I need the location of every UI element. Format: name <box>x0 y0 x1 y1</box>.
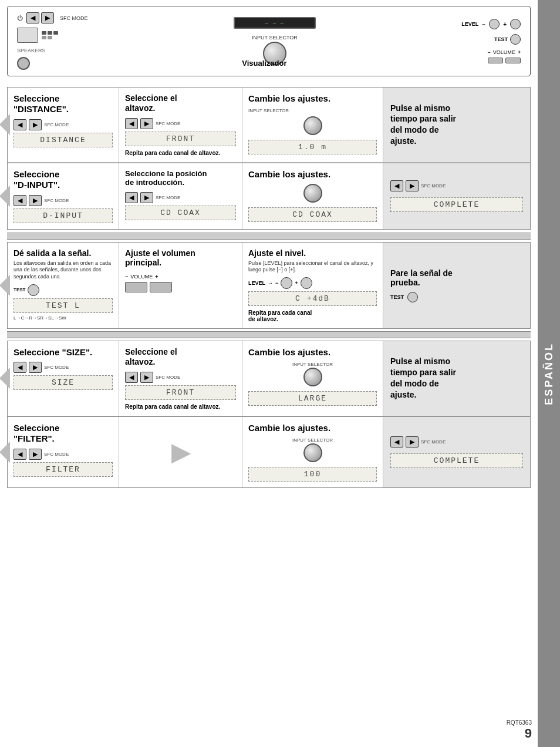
cassette-slot <box>17 28 38 43</box>
dinput-col2: Seleccione la posición de introducción. … <box>119 163 242 230</box>
model-code: RQT6363 <box>507 719 532 726</box>
size-col2-heading: Seleccione el altavoz. <box>125 347 236 367</box>
dinput-col3-knob[interactable] <box>303 184 322 203</box>
size-col2-prev-btn[interactable]: ◀ <box>125 372 138 383</box>
test-col4: Pare la señal de prueba. TEST <box>383 243 530 328</box>
next-button[interactable]: ▶ <box>41 12 54 23</box>
distance-col2-heading: Seleccione el altavoz. <box>125 93 236 113</box>
device-center: — — — INPUT SELECTOR Visualizador <box>234 17 316 65</box>
test-row: Dé salida a la señal. Los altavoces dan … <box>7 242 531 329</box>
size-col2-lcd: FRONT <box>125 385 236 400</box>
dinput-col2-next-btn[interactable]: ▶ <box>140 192 153 203</box>
filter-col4-prev-btn[interactable]: ◀ <box>390 436 403 447</box>
distance-lcd: DISTANCE <box>14 133 113 147</box>
distance-col3-knob[interactable] <box>303 116 322 135</box>
size-col3: Cambie los ajustes. INPUT SELECTOR LARGE <box>242 341 383 416</box>
test-col2: Ajuste el volumen principal. − VOLUME + <box>119 243 242 328</box>
test-col3-subtext: Pulse [LEVEL] para seleccionar el canal … <box>248 260 377 274</box>
power-symbol: ⏻ <box>17 15 23 21</box>
test-button[interactable] <box>510 34 521 45</box>
prev-button[interactable]: ◀ <box>26 12 39 23</box>
filter-col3: Cambie los ajustes. INPUT SELECTOR 100 <box>242 417 383 487</box>
size-row: Seleccione "SIZE". ◀ ▶ SFC MODE SIZE Sel… <box>7 341 531 417</box>
main-display: — — — <box>234 17 316 29</box>
filter-prev-btn[interactable]: ◀ <box>14 449 26 460</box>
size-next-btn[interactable]: ▶ <box>29 362 42 373</box>
test-level-plus-btn[interactable] <box>301 277 312 289</box>
volume-minus-button[interactable] <box>488 58 503 63</box>
size-col4: Pulse al mismo tiempo para salir del mod… <box>383 341 530 416</box>
test-col1-lcd: TEST L <box>14 298 113 313</box>
distance-col3: Cambie los ajustes. INPUT SELECTOR 1.0 m <box>242 88 383 163</box>
visualizador-label: Visualizador <box>242 59 286 68</box>
dinput-col4-next-btn[interactable]: ▶ <box>406 180 419 191</box>
test-col2-heading: Ajuste el volumen principal. <box>125 248 236 268</box>
dinput-prev-btn[interactable]: ◀ <box>14 195 26 206</box>
page-number-area: RQT6363 9 <box>507 719 532 741</box>
speaker-icon <box>17 57 30 70</box>
dinput-col4-prev-btn[interactable]: ◀ <box>390 180 403 191</box>
dinput-col3-lcd: CD COAX <box>248 207 377 222</box>
test-col1: Dé salida a la señal. Los altavoces dan … <box>8 243 119 328</box>
test-col4-heading: Pare la señal de prueba. <box>390 268 523 287</box>
distance-col2: Seleccione el altavoz. ◀ ▶ SFC MODE FRON… <box>119 88 242 163</box>
dinput-col3: Cambie los ajustes. CD COAX <box>242 163 383 230</box>
filter-col4-next-btn[interactable]: ▶ <box>406 436 419 447</box>
row-separator-2 <box>7 331 531 338</box>
size-col3-heading: Cambie los ajustes. <box>248 347 377 357</box>
size-col3-knob[interactable] <box>303 368 322 386</box>
distance-col2-next-btn[interactable]: ▶ <box>140 118 153 129</box>
pulse-heading: Pulse al mismo tiempo para salir del mod… <box>390 103 523 147</box>
test-vol-minus-btn[interactable] <box>125 282 147 292</box>
filter-row: Seleccione "FILTER". ◀ ▶ SFC MODE FILTER… <box>7 417 531 488</box>
dinput-col2-lcd: CD COAX <box>125 206 236 220</box>
distance-heading: Seleccione "DISTANCE". <box>14 93 113 115</box>
distance-row: Seleccione "DISTANCE". ◀ ▶ SFC MODE DIST… <box>7 87 531 163</box>
filter-col3-knob[interactable] <box>303 443 322 462</box>
size-heading: Seleccione "SIZE". <box>14 347 113 357</box>
size-prev-btn[interactable]: ◀ <box>14 362 26 373</box>
device-diagram: ⏻ ◀ ▶ SFC MODE <box>7 6 531 76</box>
volume-plus-button[interactable] <box>505 58 521 63</box>
filter-col3-heading: Cambie los ajustes. <box>248 423 377 433</box>
size-col3-lcd: LARGE <box>248 391 377 406</box>
test-col1-seq: L→C→R→SR→SL→SW <box>14 315 113 321</box>
test-vol-plus-btn[interactable] <box>150 282 172 292</box>
distance-col3-heading: Cambie los ajustes. <box>248 93 377 103</box>
dinput-lcd: D-INPUT <box>14 208 113 223</box>
dinput-col1: Seleccione "D-INPUT". ◀ ▶ SFC MODE D-INP… <box>8 163 119 230</box>
distance-col2-prev-btn[interactable]: ◀ <box>125 118 138 129</box>
level-plus-button[interactable] <box>510 19 521 29</box>
dinput-col2-heading: Seleccione la posición de introducción. <box>125 169 236 187</box>
dinput-next-btn[interactable]: ▶ <box>29 195 42 206</box>
speakers-label: SPEAKERS <box>17 48 46 53</box>
test-col3-repita: Repita para cada canal de altavoz. <box>248 309 377 322</box>
distance-repita: Repita para cada canal de altavoz. <box>125 150 236 156</box>
test-level-minus-btn[interactable] <box>281 277 292 289</box>
dinput-complete-lcd: COMPLETE <box>390 197 523 212</box>
level-minus-button[interactable] <box>489 19 500 29</box>
test-col3: Ajuste el nivel. Pulse [LEVEL] para sele… <box>242 243 383 328</box>
page-number: 9 <box>507 726 532 741</box>
distance-col4: Pulse al mismo tiempo para salir del mod… <box>383 88 530 163</box>
filter-next-btn[interactable]: ▶ <box>29 449 42 460</box>
test-col4-stop-btn[interactable] <box>407 292 418 302</box>
distance-prev-btn[interactable]: ◀ <box>14 119 26 130</box>
size-col1: Seleccione "SIZE". ◀ ▶ SFC MODE SIZE <box>8 341 119 416</box>
size-col2-next-btn[interactable]: ▶ <box>140 372 153 383</box>
distance-col3-lcd: 1.0 m <box>248 140 377 154</box>
filter-col1: Seleccione "FILTER". ◀ ▶ SFC MODE FILTER <box>8 417 119 487</box>
device-right: LEVEL − + TEST − VOLUME + <box>461 19 521 63</box>
device-left: ⏻ ◀ ▶ SFC MODE <box>17 12 88 70</box>
distance-col2-lcd: FRONT <box>125 132 236 146</box>
distance-col1: Seleccione "DISTANCE". ◀ ▶ SFC MODE DIST… <box>8 88 119 163</box>
test-col1-test-btn[interactable] <box>28 284 39 296</box>
dinput-col4: ◀ ▶ SFC MODE COMPLETE <box>383 163 530 230</box>
filter-arrow: ▶ <box>171 439 190 466</box>
dinput-col2-prev-btn[interactable]: ◀ <box>125 192 138 203</box>
filter-col1-lcd: FILTER <box>14 462 113 477</box>
distance-next-btn[interactable]: ▶ <box>29 119 42 130</box>
row-separator-1 <box>7 233 531 240</box>
size-pulse-heading: Pulse al mismo tiempo para salir del mod… <box>390 356 523 401</box>
filter-col3-lcd: 100 <box>248 467 377 482</box>
